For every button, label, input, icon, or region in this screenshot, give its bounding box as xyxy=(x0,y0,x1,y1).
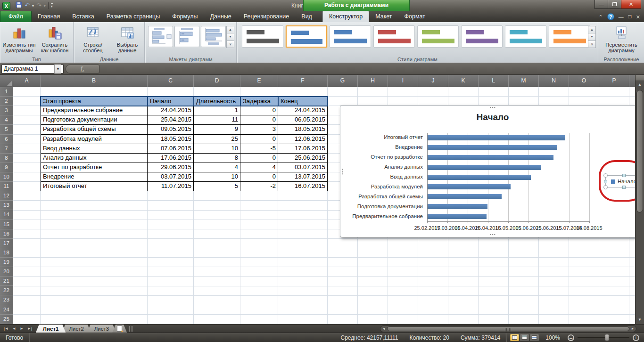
table-cell[interactable]: Предварительное собрание xyxy=(41,106,148,115)
table-cell[interactable]: -5 xyxy=(240,144,278,154)
table-header-cell[interactable]: Начало xyxy=(148,97,194,106)
table-cell[interactable]: 5 xyxy=(194,182,240,191)
zoom-slider[interactable] xyxy=(578,337,629,338)
zoom-slider-thumb[interactable] xyxy=(605,334,609,341)
table-header-cell[interactable]: Задержка xyxy=(240,97,278,106)
table-cell[interactable]: Итоговый отчет xyxy=(41,182,148,191)
tab-формулы[interactable]: Формулы xyxy=(166,11,204,22)
insert-function-button[interactable]: fx xyxy=(66,65,99,73)
name-box[interactable]: Диаграмма 1 ▼ xyxy=(1,65,64,73)
table-cell[interactable]: 0 xyxy=(240,115,278,125)
row-header-17[interactable]: 17 xyxy=(0,239,13,248)
tab-рецензирование[interactable]: Рецензирование xyxy=(238,11,296,22)
row-header-10[interactable]: 10 xyxy=(0,172,13,182)
save-as-template-button[interactable]: Сохранить как шаблон xyxy=(38,24,72,55)
last-sheet-button[interactable]: ►| xyxy=(27,326,32,331)
select-all-button[interactable] xyxy=(0,75,13,87)
column-header-I[interactable]: I xyxy=(388,75,418,87)
table-cell[interactable]: 12.06.2015 xyxy=(278,135,328,144)
previous-sheet-button[interactable]: ◄ xyxy=(12,326,16,331)
table-header-cell[interactable]: Этап проекта xyxy=(41,97,148,106)
restore-button[interactable] xyxy=(608,0,621,9)
table-cell[interactable]: 03.07.2015 xyxy=(148,172,194,182)
table-cell[interactable]: 0 xyxy=(240,135,278,144)
row-header-15[interactable]: 15 xyxy=(0,220,13,229)
save-icon[interactable] xyxy=(16,1,22,10)
styles-scroll-up-button[interactable]: ▲ xyxy=(588,26,596,33)
row-header-22[interactable]: 22 xyxy=(0,286,13,295)
table-cell[interactable]: -2 xyxy=(240,182,278,191)
row-header-7[interactable]: 7 xyxy=(0,144,13,154)
chart-layout-2-button[interactable] xyxy=(174,26,199,47)
tab-главная[interactable]: Главная xyxy=(32,11,66,22)
chart-style-6-button[interactable] xyxy=(461,25,503,48)
zoom-in-button[interactable]: + xyxy=(633,334,639,341)
table-cell[interactable]: Отчет по разработке xyxy=(41,163,148,172)
tab-вставка[interactable]: Вставка xyxy=(66,11,100,22)
table-cell[interactable]: 8 xyxy=(194,154,240,163)
tab-данные[interactable]: Данные xyxy=(204,11,238,22)
table-cell[interactable]: Внедрение xyxy=(41,172,148,182)
zoom-out-button[interactable]: – xyxy=(568,334,574,341)
undo-dropdown-icon[interactable]: ▾ xyxy=(32,4,34,8)
scroll-right-icon[interactable]: ► xyxy=(629,326,636,332)
table-cell[interactable]: 0 xyxy=(240,154,278,163)
row-header-23[interactable]: 23 xyxy=(0,295,13,305)
vertical-scroll-thumb[interactable] xyxy=(636,90,643,212)
column-header-H[interactable]: H xyxy=(358,75,388,87)
chart-style-7-button[interactable] xyxy=(505,25,546,48)
chart-bar[interactable] xyxy=(428,165,541,170)
first-sheet-button[interactable]: |◄ xyxy=(4,326,8,331)
row-header-11[interactable]: 11 xyxy=(0,182,13,191)
table-cell[interactable]: Анализ данных xyxy=(41,154,148,163)
chart-bar[interactable] xyxy=(428,145,557,150)
table-cell[interactable]: Разработка модулей xyxy=(41,135,148,144)
table-cell[interactable]: Ввод данных xyxy=(41,144,148,154)
sheet-tab-лист3[interactable]: Лист3 xyxy=(87,325,116,333)
row-header-16[interactable]: 16 xyxy=(0,229,13,239)
table-cell[interactable]: 4 xyxy=(240,163,278,172)
table-cell[interactable]: 11.07.2015 xyxy=(148,182,194,191)
chart-bar[interactable] xyxy=(428,135,565,140)
layouts-scroll-up-button[interactable]: ▲ xyxy=(226,26,234,33)
layouts-scroll-down-button[interactable]: ▼ xyxy=(226,33,234,41)
chart-resize-handle[interactable] xyxy=(490,234,496,236)
chart-layout-1-button[interactable] xyxy=(148,26,173,47)
chart-bar[interactable] xyxy=(428,194,502,199)
table-cell[interactable]: 0 xyxy=(240,106,278,115)
table-cell[interactable]: 06.05.2015 xyxy=(278,115,328,125)
workbook-restore-button[interactable]: ❐ xyxy=(628,14,632,20)
chart-style-4-button[interactable] xyxy=(373,25,415,48)
cell-grid[interactable]: Этап проектаНачалоДлительностьЗадержкаКо… xyxy=(13,87,635,324)
column-header-P[interactable]: P xyxy=(599,75,629,87)
scroll-left-icon[interactable]: ◄ xyxy=(380,326,387,332)
table-cell[interactable]: 29.06.2015 xyxy=(148,163,194,172)
table-cell[interactable]: 10 xyxy=(194,172,240,182)
column-header-E[interactable]: E xyxy=(240,75,278,87)
table-cell[interactable]: 3 xyxy=(240,125,278,134)
tab-конструктор[interactable]: Конструктор xyxy=(322,11,369,22)
project-table[interactable]: Этап проектаНачалоДлительностьЗадержкаКо… xyxy=(41,97,328,191)
chart-object[interactable]: Начало Начало xyxy=(340,105,635,237)
column-header-J[interactable]: J xyxy=(418,75,448,87)
table-cell[interactable]: 24.04.2015 xyxy=(278,106,328,115)
column-header-C[interactable]: C xyxy=(148,75,194,87)
styles-scroll-down-button[interactable]: ▼ xyxy=(588,33,596,41)
undo-icon[interactable]: ↶ xyxy=(25,2,30,9)
redo-dropdown-icon[interactable]: ▾ xyxy=(44,4,46,8)
table-cell[interactable]: 03.07.2015 xyxy=(278,163,328,172)
table-cell[interactable]: 4 xyxy=(194,163,240,172)
table-cell[interactable]: Разработка общей схемы xyxy=(41,125,148,134)
excel-logo-icon[interactable]: X xyxy=(2,2,10,10)
layouts-more-button[interactable]: ⊽ xyxy=(226,41,234,48)
column-header-G[interactable]: G xyxy=(328,75,358,87)
redo-icon[interactable]: ↷ xyxy=(36,2,41,9)
scroll-up-icon[interactable]: ▲ xyxy=(636,81,644,89)
row-header-24[interactable]: 24 xyxy=(0,305,13,315)
row-header-13[interactable]: 13 xyxy=(0,201,13,210)
change-chart-type-button[interactable]: Изменить тип диаграммы xyxy=(2,24,36,55)
ribbon-collapse-icon[interactable]: ⌃ xyxy=(598,14,603,20)
chart-style-8-button[interactable] xyxy=(549,25,590,48)
table-cell[interactable]: 10 xyxy=(194,144,240,154)
move-chart-button[interactable]: Переместить диаграмму xyxy=(603,24,640,55)
